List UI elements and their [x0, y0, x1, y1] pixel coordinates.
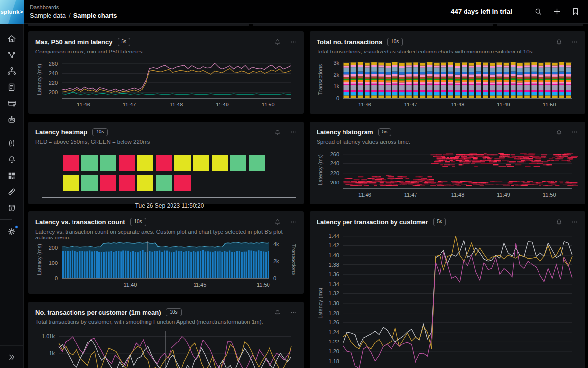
transaction-bar — [183, 252, 184, 278]
sidebar-item-detectors[interactable] — [0, 151, 24, 167]
transaction-bar — [159, 251, 160, 279]
latency-dash — [567, 154, 571, 155]
alert-bell-icon[interactable] — [273, 308, 281, 316]
stack-segment — [504, 79, 509, 80]
chart-latency-per-transaction[interactable]: 1.441.421.401.381.361.341.321.301.281.26… — [317, 229, 578, 368]
stack-segment — [524, 72, 530, 74]
stack-segment — [358, 85, 363, 90]
stack-segment — [448, 72, 453, 74]
stack-segment — [344, 95, 349, 98]
latency-dash — [521, 160, 525, 161]
breadcrumb-dashboards[interactable]: Dashboards — [30, 4, 117, 10]
stack-segment — [413, 62, 418, 65]
splunk-logo[interactable]: splunk> — [0, 0, 24, 24]
panel-menu-icon[interactable] — [289, 308, 297, 316]
stack-segment — [358, 95, 363, 98]
transaction-bar — [118, 251, 119, 278]
latency-dash — [413, 179, 416, 180]
chart-latency-heatmap[interactable]: Tue 26 Sep 2023 11:50:20 — [35, 148, 297, 199]
stack-segment — [469, 79, 474, 80]
search-icon[interactable] — [531, 5, 545, 19]
chart-total-transactions[interactable]: 01k2k3kTransactions11:4611:4711:4811:491… — [317, 58, 578, 109]
panel-menu-icon[interactable] — [289, 128, 297, 136]
transaction-bar — [149, 251, 150, 278]
sidebar-item-incidents[interactable] — [0, 135, 24, 151]
breadcrumb-section[interactable]: Sample data — [30, 12, 66, 19]
latency-dash — [344, 182, 349, 183]
sidebar-item-settings[interactable] — [0, 223, 24, 239]
stack-segment — [378, 63, 384, 66]
stack-segment — [539, 82, 544, 84]
latency-dash — [390, 179, 392, 180]
stack-segment — [413, 90, 418, 92]
stack-segment — [386, 79, 391, 80]
latency-dash — [520, 156, 524, 157]
stack-segment — [358, 82, 363, 83]
panel-menu-icon[interactable] — [289, 218, 297, 226]
latency-dash — [465, 160, 469, 161]
latency-dash — [536, 161, 543, 162]
transaction-bar — [188, 251, 189, 278]
heatmap-cell-yellow — [193, 155, 209, 171]
stack-segment — [462, 62, 467, 65]
latency-dash — [433, 163, 439, 164]
sidebar-item-pipelines[interactable] — [0, 63, 24, 79]
stack-segment — [358, 74, 363, 76]
sidebar-item-dashboards[interactable] — [0, 167, 24, 184]
panel-menu-icon[interactable] — [570, 218, 578, 226]
alert-bell-icon[interactable] — [555, 38, 563, 46]
transaction-bar — [221, 252, 223, 278]
stack-segment — [469, 63, 474, 66]
latency-dash — [346, 178, 352, 179]
panel-menu-icon[interactable] — [570, 128, 578, 136]
sidebar-item-metrics[interactable] — [0, 184, 24, 200]
chart-max-p50-min-latency[interactable]: 200220240260Latency (ms)11:4611:4711:481… — [35, 58, 297, 109]
stack-segment — [371, 65, 377, 67]
transaction-bar — [251, 251, 252, 279]
stack-segment — [539, 63, 544, 66]
trial-countdown[interactable]: 447 days left in trial — [438, 0, 525, 23]
heatmap-axis-line — [42, 197, 296, 198]
latency-dash — [431, 182, 435, 183]
latency-dash — [568, 185, 573, 186]
stack-segment — [351, 62, 356, 65]
chart-latency-vs-transactions[interactable]: 0100200Latency (ms)11:4011:4511:5002k4kT… — [35, 238, 297, 289]
alert-bell-icon[interactable] — [273, 38, 281, 46]
bookmark-icon[interactable] — [568, 5, 582, 19]
panel-menu-icon[interactable] — [570, 38, 578, 46]
stack-segment — [434, 72, 440, 74]
expand-sidebar-button[interactable] — [0, 345, 24, 368]
refresh-interval-badge: 5s — [433, 218, 446, 226]
sidebar-item-assistant[interactable] — [0, 111, 24, 128]
stack-segment — [531, 79, 537, 80]
transaction-bar — [171, 252, 172, 278]
stack-segment — [378, 85, 384, 91]
transaction-bar — [140, 251, 141, 278]
sidebar-item-home[interactable] — [0, 30, 24, 47]
chart-transactions-per-customer[interactable]: 1.01k1k990 — [35, 328, 297, 368]
alert-bell-icon[interactable] — [555, 128, 563, 136]
alert-bell-icon[interactable] — [273, 128, 281, 136]
panel-menu-icon[interactable] — [289, 38, 297, 46]
chart-latency-histogram[interactable]: 200220240260Latency (ms)11:4611:4711:481… — [317, 148, 578, 199]
sidebar-item-data-management[interactable] — [0, 47, 24, 63]
sidebar-item-storage[interactable] — [0, 200, 24, 216]
latency-dash — [500, 158, 505, 159]
svg-text:1.24: 1.24 — [329, 329, 339, 335]
stack-segment — [552, 79, 558, 80]
stack-segment — [497, 74, 502, 77]
transaction-bar — [207, 251, 209, 278]
sidebar-item-workspaces[interactable] — [0, 95, 24, 111]
alert-bell-icon[interactable] — [273, 218, 281, 226]
stack-segment — [386, 92, 391, 95]
latency-dash — [441, 161, 443, 162]
stack-segment — [476, 80, 481, 82]
alert-bell-icon[interactable] — [555, 218, 563, 226]
add-icon[interactable] — [550, 5, 564, 19]
sidebar-item-reports[interactable] — [0, 79, 24, 95]
refresh-interval-badge: 10s — [166, 308, 181, 316]
stack-segment — [559, 92, 564, 95]
svg-text:1k: 1k — [49, 350, 55, 356]
svg-text:Latency (ms): Latency (ms) — [318, 288, 323, 319]
stack-segment — [490, 95, 495, 98]
